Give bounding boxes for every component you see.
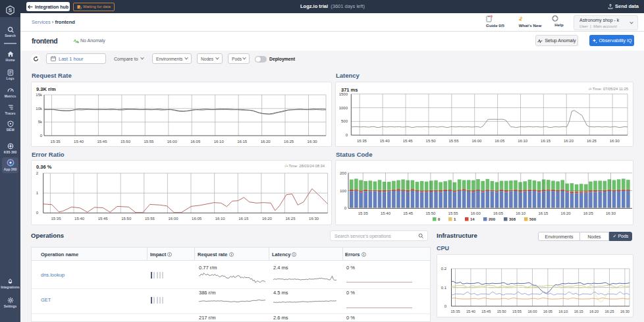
- svg-text:16:05: 16:05: [543, 309, 552, 313]
- svg-text:16:20: 16:20: [561, 211, 572, 215]
- svg-text:16:25: 16:25: [583, 211, 594, 215]
- svg-text:15:35: 15:35: [51, 217, 61, 221]
- svg-text:2: 2: [36, 171, 39, 175]
- svg-text:15:45: 15:45: [403, 211, 414, 215]
- svg-text:0: 0: [346, 133, 348, 137]
- svg-text:0: 0: [344, 206, 347, 210]
- svg-text:16:30: 16:30: [610, 139, 620, 143]
- svg-text:16:30: 16:30: [308, 140, 318, 144]
- svg-text:16:05: 16:05: [493, 211, 504, 215]
- svg-text:200: 200: [489, 217, 496, 221]
- svg-text:16:05: 16:05: [190, 140, 201, 144]
- svg-text:15:55: 15:55: [144, 140, 154, 144]
- svg-text:500: 500: [341, 119, 348, 123]
- svg-text:15:45: 15:45: [481, 309, 491, 313]
- svg-text:200: 200: [340, 171, 347, 175]
- svg-text:15:40: 15:40: [466, 309, 475, 313]
- svg-text:15:50: 15:50: [121, 217, 132, 221]
- svg-text:16:25: 16:25: [605, 309, 614, 313]
- svg-text:0: 0: [444, 304, 447, 308]
- svg-text:16:10: 16:10: [516, 211, 526, 215]
- svg-text:15:35: 15:35: [451, 309, 460, 313]
- svg-text:15:35: 15:35: [51, 140, 61, 144]
- svg-text:15:55: 15:55: [145, 217, 155, 221]
- svg-text:15:40: 15:40: [74, 217, 85, 221]
- svg-text:16:20: 16:20: [589, 309, 599, 313]
- svg-text:0: 0: [438, 217, 441, 221]
- svg-text:0: 0: [36, 211, 39, 215]
- svg-text:16:00: 16:00: [528, 309, 537, 313]
- svg-text:15:40: 15:40: [74, 140, 84, 144]
- svg-text:16:15: 16:15: [574, 309, 583, 313]
- svg-text:14: 14: [470, 217, 475, 221]
- svg-text:15:45: 15:45: [97, 140, 107, 144]
- svg-text:16:05: 16:05: [495, 139, 505, 143]
- svg-text:16:10: 16:10: [215, 217, 226, 221]
- svg-text:1: 1: [36, 191, 39, 195]
- svg-text:16:10: 16:10: [214, 140, 225, 144]
- svg-text:15k: 15k: [36, 93, 43, 97]
- svg-text:15:55: 15:55: [448, 211, 459, 215]
- svg-text:15:55: 15:55: [512, 309, 522, 313]
- svg-text:16:30: 16:30: [620, 309, 630, 313]
- svg-text:15:40: 15:40: [381, 211, 391, 215]
- svg-text:16:00: 16:00: [168, 217, 178, 221]
- svg-text:500: 500: [529, 217, 537, 221]
- svg-text:16:30: 16:30: [606, 211, 616, 215]
- svg-text:16:20: 16:20: [262, 217, 273, 221]
- svg-text:16:30: 16:30: [309, 217, 319, 221]
- svg-text:16:20: 16:20: [261, 140, 271, 144]
- svg-text:16:00: 16:00: [471, 139, 482, 143]
- svg-text:5k: 5k: [38, 120, 43, 124]
- svg-text:16:15: 16:15: [237, 140, 248, 144]
- svg-text:15:55: 15:55: [448, 139, 459, 143]
- svg-text:15:50: 15:50: [497, 309, 506, 313]
- svg-text:16:15: 16:15: [238, 217, 249, 221]
- svg-text:15:35: 15:35: [357, 139, 367, 143]
- svg-text:16:25: 16:25: [284, 140, 294, 144]
- svg-text:1: 1: [454, 217, 456, 221]
- svg-text:16:10: 16:10: [558, 309, 568, 313]
- svg-text:15:45: 15:45: [403, 139, 414, 143]
- svg-text:16:00: 16:00: [167, 140, 178, 144]
- svg-text:15:45: 15:45: [98, 217, 109, 221]
- svg-text:0.2: 0.2: [441, 267, 447, 271]
- svg-text:100: 100: [340, 189, 347, 193]
- svg-text:15:50: 15:50: [425, 211, 436, 215]
- svg-text:0: 0: [40, 134, 43, 138]
- svg-text:16:10: 16:10: [518, 139, 528, 143]
- svg-text:15:50: 15:50: [121, 140, 131, 144]
- svg-text:16:05: 16:05: [192, 217, 202, 221]
- svg-text:308: 308: [509, 217, 516, 221]
- svg-text:15:40: 15:40: [380, 139, 390, 143]
- svg-text:16:15: 16:15: [541, 139, 551, 143]
- svg-text:16:00: 16:00: [471, 211, 481, 215]
- svg-text:0.1: 0.1: [441, 286, 447, 290]
- svg-text:1000: 1000: [339, 106, 348, 110]
- svg-text:16:25: 16:25: [285, 217, 296, 221]
- svg-text:16:15: 16:15: [538, 211, 549, 215]
- svg-text:10k: 10k: [36, 107, 43, 111]
- svg-text:15:35: 15:35: [358, 211, 369, 215]
- svg-text:15:50: 15:50: [426, 139, 437, 143]
- svg-text:16:25: 16:25: [587, 139, 597, 143]
- svg-text:16:20: 16:20: [564, 139, 574, 143]
